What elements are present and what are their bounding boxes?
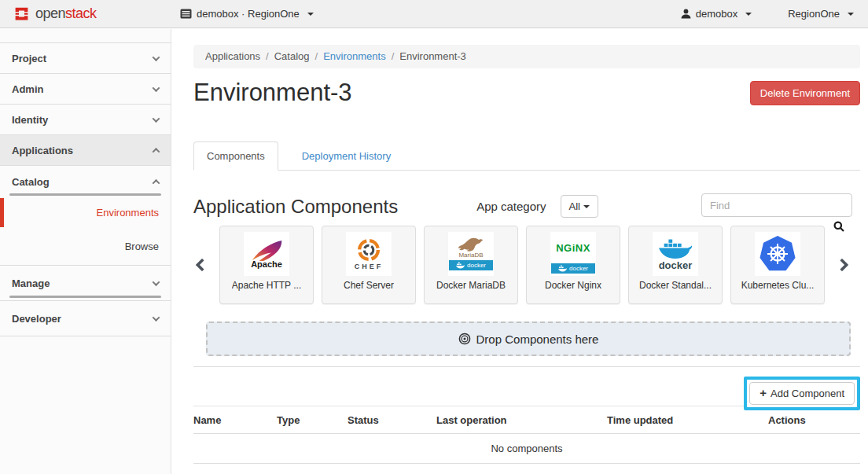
main-content: Applications/Catalog/Environments/Enviro…	[171, 45, 868, 464]
user-menu[interactable]: demobox	[681, 8, 752, 20]
sidebar-item-label: Environments	[97, 207, 159, 219]
docker-whale-icon	[558, 265, 567, 272]
sidebar-item-project[interactable]: Project	[0, 43, 171, 74]
sidebar-item-browse[interactable]: Browse	[0, 227, 171, 266]
carousel-prev-button[interactable]	[193, 226, 211, 304]
breadcrumb-environments-link[interactable]: Environments	[323, 50, 385, 62]
table-actions-row: Add Component	[193, 377, 860, 410]
sidebar-item-admin[interactable]: Admin	[0, 74, 171, 105]
mariadb-seal-icon	[457, 237, 485, 252]
drop-zone-label: Drop Components here	[476, 333, 599, 346]
app-category-dropdown[interactable]: All	[561, 195, 598, 218]
apache-feather-icon	[250, 240, 283, 261]
plus-icon	[760, 388, 767, 399]
breadcrumb-separator: /	[315, 50, 318, 62]
sidebar-item-identity[interactable]: Identity	[0, 105, 171, 135]
region-label: RegionOne	[788, 8, 840, 20]
sidebar-item-label: Project	[12, 53, 46, 64]
docker-logo: docker	[653, 232, 698, 276]
sidebar-item-label: Identity	[12, 114, 48, 126]
tab-deployment-history[interactable]: Deployment History	[289, 142, 403, 170]
components-panel-header: Application Components App category All	[193, 193, 860, 220]
component-card-docker-mariadb[interactable]: MariaDB docker Docker MariaDB	[424, 226, 518, 304]
openstack-logo[interactable]: openstack	[0, 6, 180, 22]
drop-components-zone[interactable]: Drop Components here	[206, 322, 851, 356]
search-icon[interactable]	[833, 221, 844, 232]
sidebar-item-label: Developer	[12, 313, 61, 325]
page-header: Environment-3 Delete Environment	[193, 79, 860, 107]
component-card-chef[interactable]: CHEF Chef Server	[322, 226, 416, 304]
add-component-button[interactable]: Add Component	[749, 382, 855, 405]
find-input[interactable]	[701, 193, 852, 217]
docker-ribbon: docker	[449, 260, 493, 270]
chevron-right-icon	[836, 259, 849, 272]
chevron-up-icon	[153, 147, 160, 155]
kubernetes-wheel-icon	[766, 242, 789, 266]
component-card-docker-standalone[interactable]: docker Docker Standal...	[628, 226, 723, 304]
sidebar-item-manage[interactable]: Manage	[0, 266, 171, 301]
docker-ribbon-label: docker	[467, 262, 486, 269]
sidebar-item-label: Catalog	[12, 176, 50, 188]
sidebar-item-applications[interactable]: Applications	[0, 135, 171, 166]
chevron-down-icon	[153, 53, 160, 61]
topbar-right: demobox RegionOne	[681, 8, 868, 20]
section-underline	[9, 296, 161, 298]
sidebar-item-label: Browse	[125, 241, 159, 252]
delete-environment-button[interactable]: Delete Environment	[750, 81, 860, 105]
card-label: Chef Server	[344, 280, 394, 291]
sidebar-item-label: Manage	[12, 277, 50, 289]
sidebar-item-label: Applications	[12, 145, 73, 156]
brand-wordmark: openstack	[35, 6, 97, 22]
mariadb-docker-logo: MariaDB docker	[448, 232, 494, 276]
card-label: Docker MariaDB	[436, 280, 506, 291]
empty-table-row: No components	[193, 434, 860, 464]
card-label: Kubernetes Clu...	[741, 280, 815, 291]
add-component-label: Add Component	[771, 388, 844, 399]
docker-wordmark: docker	[659, 259, 693, 271]
sidebar-item-environments[interactable]: Environments	[0, 198, 171, 227]
user-label: demobox	[696, 8, 737, 20]
context-label: demobox · RegionOne	[197, 8, 300, 20]
card-label: Docker Standal...	[639, 280, 712, 291]
region-menu[interactable]: RegionOne	[788, 8, 854, 20]
component-card-docker-nginx[interactable]: NGiNX docker Docker Nginx	[526, 226, 620, 304]
components-table: Name Type Status Last operation Time upd…	[193, 406, 860, 464]
carousel-next-button[interactable]	[833, 226, 851, 304]
sidebar-nav: Project Admin Identity Applications Cata…	[0, 29, 171, 474]
app-category-label: App category	[476, 193, 546, 220]
apache-wordmark: Apache	[251, 259, 282, 269]
project-region-switcher[interactable]: demobox · RegionOne	[180, 8, 314, 20]
caret-down-icon	[583, 205, 590, 208]
components-carousel: Apache Apache HTTP ... CHEF Chef Server	[193, 226, 860, 304]
nginx-docker-logo: NGiNX docker	[550, 232, 596, 276]
panel-heading: Application Components	[193, 193, 398, 220]
component-card-kubernetes[interactable]: Kubernetes Clu...	[730, 226, 825, 304]
chevron-down-icon	[153, 314, 160, 322]
carousel-cards: Apache Apache HTTP ... CHEF Chef Server	[219, 226, 825, 304]
find-wrapper	[701, 193, 852, 217]
card-label: Docker Nginx	[545, 280, 601, 291]
breadcrumb-separator: /	[266, 50, 269, 62]
list-icon	[180, 9, 192, 19]
chef-wordmark: CHEF	[355, 263, 384, 270]
empty-message: No components	[193, 434, 860, 464]
chevron-down-icon	[153, 278, 160, 286]
kubernetes-logo	[755, 232, 800, 276]
nginx-wordmark: NGiNX	[556, 242, 590, 254]
docker-ribbon-label: docker	[569, 265, 588, 272]
caret-down-icon	[745, 13, 752, 16]
caret-down-icon	[848, 13, 854, 16]
tab-components[interactable]: Components	[193, 141, 278, 171]
chevron-down-icon	[153, 84, 160, 92]
sidebar-item-developer[interactable]: Developer	[0, 301, 171, 336]
caret-down-icon	[307, 13, 314, 16]
section-divider	[193, 366, 860, 367]
target-icon	[458, 333, 471, 345]
annotation-highlight: Add Component	[744, 377, 860, 410]
breadcrumb-catalog: Catalog	[274, 50, 310, 62]
openstack-logo-icon	[13, 6, 30, 22]
kubernetes-heptagon	[760, 236, 796, 272]
mariadb-wordmark: MariaDB	[458, 252, 483, 259]
component-card-apache[interactable]: Apache Apache HTTP ...	[219, 226, 314, 304]
sidebar-item-catalog[interactable]: Catalog	[0, 166, 171, 198]
